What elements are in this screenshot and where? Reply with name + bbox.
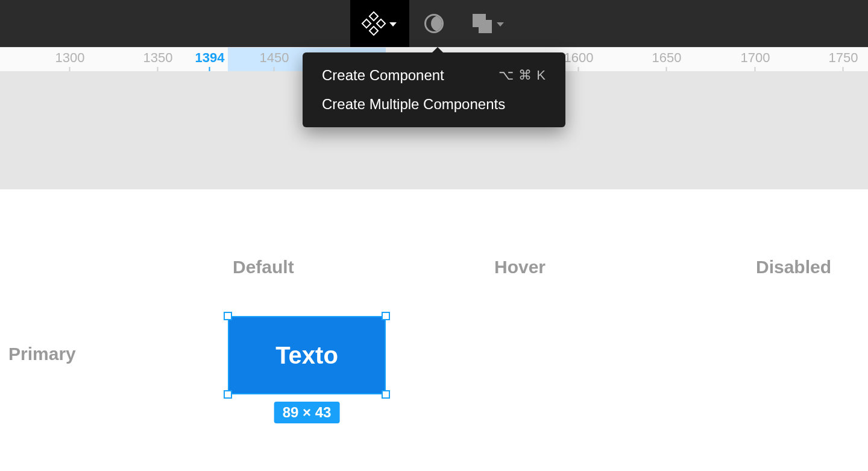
component-dropdown: Create Component ⌥ ⌘ K Create Multiple C… <box>303 52 565 127</box>
selected-element[interactable]: Texto 89 × 43 <box>228 316 386 394</box>
column-label: Hover <box>494 257 546 277</box>
chevron-down-icon <box>497 22 504 27</box>
menu-create-component[interactable]: Create Component ⌥ ⌘ K <box>303 61 565 90</box>
resize-handle-tr[interactable] <box>382 312 390 320</box>
menu-item-shortcut: ⌥ ⌘ K <box>498 68 546 83</box>
ruler-tick: 1750 <box>829 50 858 71</box>
chevron-down-icon <box>389 22 397 27</box>
column-label: Default <box>233 257 294 277</box>
resize-handle-br[interactable] <box>382 390 390 399</box>
resize-handle-tl[interactable] <box>224 312 232 320</box>
canvas[interactable]: DefaultHoverDisabled Primary Texto 89 × … <box>0 71 868 471</box>
ruler-tick: 1650 <box>652 50 682 71</box>
dropdown-caret <box>432 47 444 53</box>
ruler-tick: 1300 <box>55 50 85 71</box>
toolbar <box>0 0 868 47</box>
button-primary-default[interactable]: Texto <box>228 316 386 394</box>
row-label: Primary <box>8 344 76 364</box>
mask-icon <box>424 14 444 33</box>
mask-tool[interactable] <box>409 0 459 47</box>
menu-item-label: Create Multiple Components <box>322 96 505 113</box>
button-label: Texto <box>275 342 338 369</box>
menu-create-multiple-components[interactable]: Create Multiple Components <box>303 90 565 119</box>
ruler-tick: 1700 <box>741 50 770 71</box>
selection-dimensions-badge: 89 × 43 <box>274 402 340 423</box>
create-component-tool[interactable] <box>350 0 409 47</box>
menu-item-label: Create Component <box>322 67 444 84</box>
union-icon <box>473 14 492 33</box>
ruler-tick: 1600 <box>564 50 594 71</box>
ruler-tick: 1350 <box>143 50 173 71</box>
component-icon <box>363 13 385 34</box>
resize-handle-bl[interactable] <box>224 390 232 399</box>
boolean-tool[interactable] <box>459 0 518 47</box>
frame-background <box>0 189 868 471</box>
ruler-tick: 1394 <box>195 50 225 71</box>
column-label: Disabled <box>756 257 831 277</box>
